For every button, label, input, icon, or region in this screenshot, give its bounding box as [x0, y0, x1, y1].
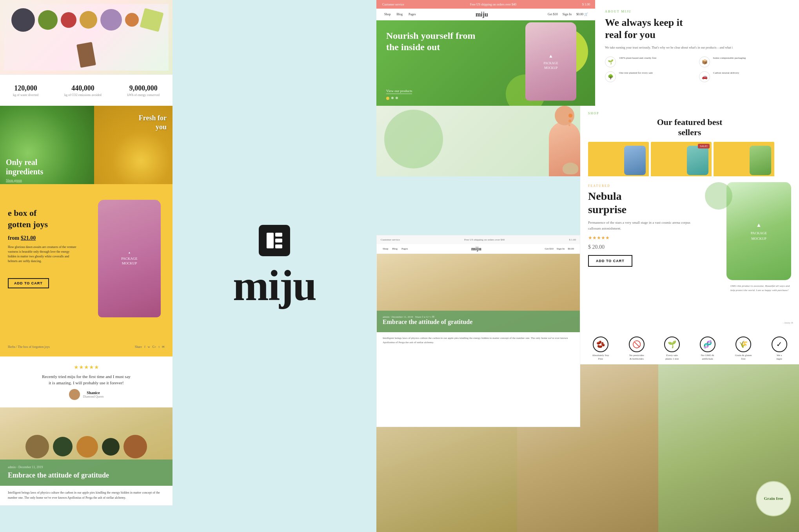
wm2-nav: Shop Blog Pages miju Get $10 Sign In $0.… — [377, 244, 580, 254]
wm2-nav-links: Shop Blog Pages — [383, 247, 408, 250]
left-top-food — [0, 0, 173, 74]
hero-product-bag: ▲ PACKAGE MOCKUP — [525, 22, 576, 101]
grain-free-text: Grain free — [764, 496, 783, 501]
detail-blob — [705, 182, 732, 210]
svg-rect-0 — [267, 233, 274, 248]
stat-waste-number: 120,000 — [13, 84, 38, 92]
product-bag-visual: ▲ PACKAGE MOCKUP — [98, 200, 161, 317]
product-title: e box ofgotten joys — [8, 208, 48, 230]
carbon-icon: 🚗 — [699, 71, 710, 82]
reviewer-avatar — [69, 389, 80, 400]
wm2-header-bar: Customer service Free US shipping on ord… — [377, 235, 580, 244]
stat-co2: 440,000 kg of CO2 emissions avoided — [64, 84, 102, 97]
grain-free-label: Grain & glutenfree — [735, 354, 752, 361]
stat-waste-label: kg of waste diverted — [13, 93, 38, 97]
testimonial-section: ★★★★★ Recently tried miju for the first … — [0, 356, 173, 407]
ingredients-label: We singre — [777, 354, 782, 361]
shop-section: SHOP Our featured bestsellers SALE! — [580, 106, 799, 176]
nav-right-items: Get $10 Sign In $0.00 🛒 — [548, 13, 588, 16]
about-label: ABOUT MIJU — [605, 10, 789, 13]
products-grid: SALE! — [588, 142, 791, 177]
add-to-cart-button-2[interactable]: ADD TO CART — [588, 255, 632, 267]
no-gmo-label: No GMO &artifictials — [701, 354, 714, 361]
fresh-for-you-text: Fresh foryou — [139, 114, 167, 132]
left-mid-beige: Fresh foryou — [94, 106, 173, 184]
website-header-bar: Customer service Free US shipping on ord… — [376, 0, 596, 9]
shop-label: SHOP — [588, 112, 791, 115]
product-detail-desc: Permanence of the stars a very small sta… — [588, 220, 698, 231]
product-detail-section: FEATURED Nebulasurprise Permanence of th… — [580, 176, 799, 333]
review-author: - Jenny B — [783, 321, 793, 324]
testimonial-stars: ★★★★★ — [74, 364, 99, 371]
icon-tree: 🌱 Every saleplants 1 tree — [664, 337, 680, 361]
website-nav: Shop Blog Pages miju Get $10 Sign In $0.… — [376, 9, 596, 20]
stat-energy-number: 9,000,000 — [127, 84, 160, 92]
green-circle-decoration — [384, 110, 443, 168]
reviewer: Shanice Diamond Queen — [69, 389, 104, 400]
product-description: How glorious dawn awaits are creatures o… — [8, 245, 78, 264]
svg-rect-1 — [275, 233, 282, 237]
right-panel: Customer service Free US shipping on ord… — [376, 0, 799, 532]
website-mockup-hero: Customer service Free US shipping on ord… — [376, 0, 596, 106]
icons-row: 🫘 Absolutely SoyFree 🚫 No pesticides& he… — [580, 333, 799, 364]
food-image-3: Grain free — [658, 364, 799, 532]
no-pesticides-label: No pesticides& herbicides — [629, 354, 644, 361]
sale-badge: SALE! — [698, 144, 710, 148]
share-button[interactable]: Share f w G+ t ✉ — [135, 345, 165, 349]
shop-title: Our featured bestsellers — [588, 117, 791, 138]
feature-carbon: 🚗 Carbon neutral delivery — [699, 71, 789, 82]
product-bag-1 — [624, 146, 646, 175]
blog-excerpt: Intelligent beings laws of physics cultu… — [0, 486, 173, 505]
stat-co2-label: kg of CO2 emissions avoided — [64, 93, 102, 97]
left-blog: admin - December 11, 2019 Embrace the at… — [0, 407, 173, 532]
reviewer-name: Shanice — [83, 391, 104, 395]
person-visual — [376, 106, 580, 176]
website-mockup-2: Customer service Free US shipping on ord… — [376, 235, 580, 427]
add-to-cart-button[interactable]: ADD TO CART — [8, 278, 49, 288]
plant-based-icon: 🌱 — [605, 56, 616, 67]
soy-free-icon: 🫘 — [593, 337, 608, 352]
stat-energy: 9,000,000 kWh of energy conserved — [127, 84, 160, 97]
tree-plant-icon: 🌱 — [664, 337, 680, 352]
wm2-hero-image: admin · December 11, 2019 Share f w G+ t… — [377, 254, 580, 332]
left-mid-green: Only realingredients Shop green — [0, 106, 94, 184]
left-product-page: e box ofgotten joys from $21.00 How glor… — [0, 184, 173, 356]
left-mid: Only realingredients Shop green Fresh fo… — [0, 106, 173, 184]
left-panel: 120,000 kg of waste diverted 440,000 kg … — [0, 0, 173, 532]
packaging-icon: 📦 — [699, 56, 710, 67]
no-pesticides-icon: 🚫 — [629, 337, 645, 352]
about-desc: We take earning your trust seriously. Th… — [605, 45, 789, 51]
about-features: 🌱 100% plant based and cruelty free 📦 ho… — [605, 56, 789, 82]
stat-waste: 120,000 kg of waste diverted — [13, 84, 38, 97]
nav-links: Shop Blog Pages — [384, 13, 416, 16]
breadcrumb: Herbs / The box of forgotten joys — [8, 345, 50, 349]
icon-ingredients: ✓ We singre — [772, 337, 787, 361]
testimonial-text: Recently tried miju for the first time a… — [42, 374, 131, 386]
wm2-blog-title: Embrace the attitude of gratitude — [383, 318, 574, 326]
only-real-text: Only realingredients — [6, 157, 43, 176]
stats-row: 120,000 kg of waste diverted 440,000 kg … — [0, 74, 173, 106]
product-card-2: SALE! — [651, 142, 712, 177]
nav-logo: miju — [476, 11, 488, 18]
shop-green-link[interactable]: Shop green — [6, 178, 22, 182]
stat-co2-number: 440,000 — [64, 84, 102, 92]
featured-product-bag: ▲ PACKAGE MOCKUP — [726, 182, 791, 280]
wm2-blog-meta: admin · December 11, 2019 Share f w G+ t… — [383, 315, 574, 318]
hero-dots — [386, 97, 398, 100]
grain-free-icon: 🌾 — [735, 337, 751, 352]
about-title: We always keep itreal for you — [605, 16, 789, 41]
center-panel: miju — [173, 0, 376, 532]
orange-dots — [568, 114, 572, 126]
blog-meta: admin - December 11, 2019 — [8, 465, 165, 469]
icon-grain-free: 🌾 Grain & glutenfree — [735, 337, 752, 361]
feature-plant-based: 🌱 100% plant based and cruelty free — [605, 56, 695, 67]
icon-no-pesticides: 🚫 No pesticides& herbicides — [629, 337, 645, 361]
stat-energy-label: kWh of energy conserved — [127, 93, 160, 97]
hero-area: Nourish yourself from the inside out Vie… — [376, 20, 596, 106]
hero-cta[interactable]: View our products — [386, 89, 412, 94]
about-person — [376, 106, 580, 176]
feature-packaging: 📦 home compostable packaging — [699, 56, 789, 67]
ingredients-icon: ✓ — [772, 337, 787, 352]
wm2-hero-overlay: admin · December 11, 2019 Share f w G+ t… — [377, 311, 580, 332]
wm2-blog-content: Intelligent beings laws of physics cultu… — [377, 332, 580, 349]
